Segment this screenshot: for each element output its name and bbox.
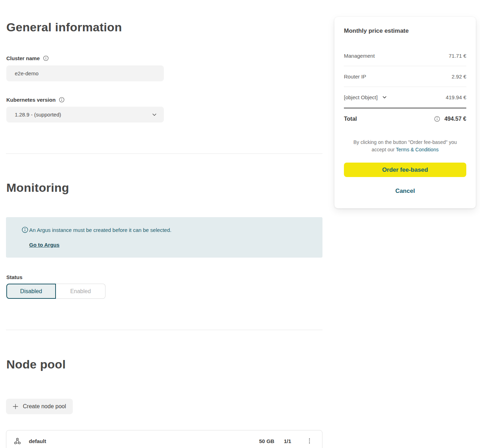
k8s-version-label: Kubernetes version (6, 97, 56, 103)
chevron-down-icon[interactable] (382, 94, 388, 100)
price-row-value: 2.92 € (452, 74, 466, 80)
price-rows: Management 71.71 € Router IP 2.92 € [obj… (344, 45, 466, 108)
status-option-enabled[interactable]: Enabled (56, 284, 105, 299)
k8s-version-label-row: Kubernetes version (6, 97, 65, 103)
k8s-version-select[interactable]: 1.28.9 - (supported) (6, 107, 164, 122)
price-row-router-ip: Router IP 2.92 € (344, 66, 466, 87)
cluster-name-input[interactable] (6, 65, 164, 81)
banner-message: An Argus instance must be created before… (29, 227, 171, 233)
info-icon[interactable] (43, 55, 49, 61)
node-pool-row[interactable]: default 50 GB 1/1 (6, 430, 322, 448)
node-pool-name: default (29, 438, 46, 444)
price-row-value: 71.71 € (449, 53, 466, 59)
chevron-down-icon (151, 112, 158, 118)
cluster-name-label: Cluster name (6, 55, 40, 61)
price-row-management: Management 71.71 € (344, 45, 466, 66)
price-row-value: 419.94 € (446, 94, 466, 100)
create-node-pool-label: Create node pool (23, 403, 66, 410)
node-pool-storage: 50 GB (259, 438, 274, 444)
node-pool-title: Node pool (6, 358, 66, 371)
plus-icon (12, 403, 19, 410)
price-row-label: Management (344, 53, 375, 59)
price-row-label: Router IP (344, 74, 366, 80)
terms-text: By clicking on the button "Order fee-bas… (350, 139, 460, 153)
price-card-title: Monthly price estimate (344, 17, 466, 34)
node-pool-count: 1/1 (284, 438, 291, 444)
kebab-menu-icon[interactable] (305, 436, 314, 446)
status-option-disabled[interactable]: Disabled (6, 284, 56, 299)
argus-info-banner: An Argus instance must be created before… (6, 217, 322, 258)
order-fee-based-button[interactable]: Order fee-based (344, 163, 466, 177)
section-divider (6, 153, 322, 154)
go-to-argus-link[interactable]: Go to Argus (29, 242, 59, 248)
node-pool-icon (14, 437, 21, 445)
k8s-version-selected-value: 1.28.9 - (supported) (15, 112, 61, 118)
price-row-label: [object Object] (344, 94, 378, 100)
status-toggle-group: Disabled Enabled (6, 284, 105, 299)
monitoring-title: Monitoring (6, 181, 69, 195)
section-divider (6, 330, 322, 330)
create-node-pool-button[interactable]: Create node pool (6, 399, 73, 414)
total-row: Total 494.57 € (344, 108, 466, 129)
cancel-button[interactable]: Cancel (395, 188, 415, 195)
general-information-title: General information (6, 20, 122, 34)
status-label: Status (6, 274, 23, 280)
info-icon (21, 226, 28, 233)
total-value: 494.57 € (444, 116, 466, 122)
info-icon[interactable] (434, 116, 440, 122)
cluster-name-label-row: Cluster name (6, 55, 49, 61)
price-row-object: [object Object] 419.94 € (344, 87, 466, 108)
total-label: Total (344, 116, 357, 122)
terms-and-conditions-link[interactable]: Terms & Conditions (396, 147, 439, 152)
info-icon[interactable] (59, 97, 65, 103)
monthly-price-estimate-card: Monthly price estimate Management 71.71 … (334, 17, 476, 208)
